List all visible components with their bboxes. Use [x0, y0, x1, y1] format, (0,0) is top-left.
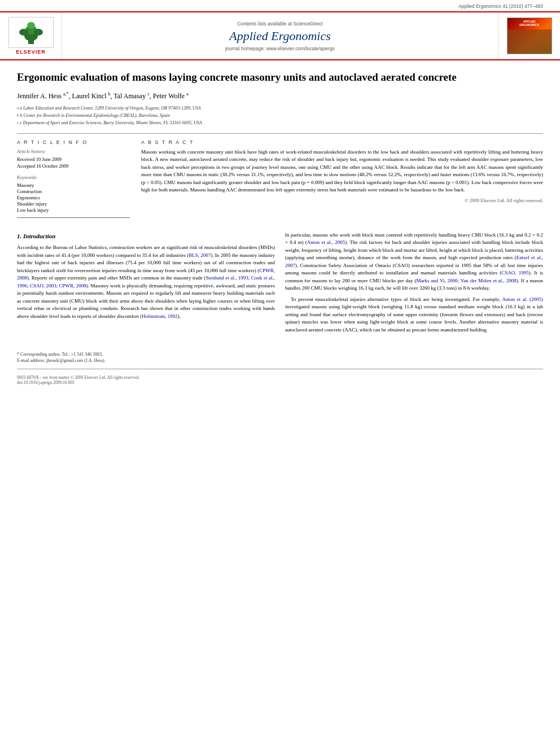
cover-background	[508, 29, 552, 54]
keyword-lowback: Low back injury	[17, 207, 130, 213]
body-col-right: In particular, masons who work with bloc…	[285, 231, 543, 338]
keywords-section: Keywords: Masonry Construction Ergonomic…	[17, 174, 130, 213]
author-sup-a2: a	[186, 91, 189, 97]
corresponding-note: * Corresponding author. Tel.: +1 541 346…	[17, 352, 543, 357]
ref-marks-vi[interactable]: Marks and Vi, 2000; Van der Molen et al.…	[416, 278, 516, 283]
received-date: Received 10 June 2009	[17, 156, 130, 162]
accepted-date: Accepted 16 October 2009	[17, 163, 130, 169]
cover-title-text: APPLIEDERGONOMICS	[519, 20, 539, 27]
journal-title: Applied Ergonomics	[229, 29, 330, 43]
article-meta-section: A R T I C L E I N F O Article history: R…	[17, 139, 543, 222]
affil-sup-b: b	[17, 112, 19, 119]
elsevier-logo-section: ELSEVIER	[0, 12, 62, 59]
ref-anton-2005b[interactable]: Anton et al. (2005)	[502, 296, 543, 302]
author-sup-c: c	[147, 91, 150, 97]
elsevier-wordmark: ELSEVIER	[16, 49, 46, 55]
elsevier-logo: ELSEVIER	[8, 17, 54, 55]
keyword-masonry: Masonry	[17, 182, 130, 188]
affiliations: a a Labor Education and Research Center,…	[17, 105, 543, 126]
intro-para-1: According to the Bureau of Labor Statist…	[17, 244, 275, 320]
abstract-heading: A B S T R A C T	[141, 139, 543, 145]
doi-line: doi:10.1016/j.apergo.2009.10.003	[17, 380, 543, 385]
keywords-label: Keywords:	[17, 174, 130, 180]
intro-para-right-2: To prevent musculoskeletal injuries alte…	[285, 296, 543, 334]
abstract-paragraph: Masons working with concrete masonry uni…	[141, 148, 543, 194]
intro-title: 1. Introduction	[17, 231, 275, 241]
history-label: Article history:	[17, 148, 130, 154]
journal-homepage: journal homepage: www.elsevier.com/locat…	[225, 46, 335, 51]
journal-title-section: Contents lists available at ScienceDirec…	[62, 12, 498, 59]
affiliation-c: c c Department of Sport and Exercise Sci…	[17, 120, 543, 126]
copyright-line: © 2009 Elsevier Ltd. All rights reserved…	[141, 198, 543, 203]
author-sup-b: b	[108, 91, 111, 97]
info-divider	[17, 217, 130, 218]
page: Applied Ergonomics 41 (2010) 477–483 ELS…	[0, 0, 560, 747]
footer-section: * Corresponding author. Tel.: +1 541 346…	[0, 348, 560, 391]
journal-header: ELSEVIER Contents lists available at Sci…	[0, 11, 560, 60]
article-info-column: A R T I C L E I N F O Article history: R…	[17, 139, 130, 222]
ref-bls-2007[interactable]: BLS, 2007	[189, 252, 211, 258]
keyword-shoulder: Shoulder injury	[17, 201, 130, 207]
affiliation-a: a a Labor Education and Research Center,…	[17, 105, 543, 112]
body-columns: 1. Introduction According to the Bureau …	[17, 231, 543, 338]
affil-sup-a: a	[17, 105, 19, 111]
elsevier-tree-icon	[11, 20, 51, 45]
issn-line: 0003-6870/$ – see front matter © 2009 El…	[17, 375, 543, 380]
article-info-heading: A R T I C L E I N F O	[17, 139, 130, 145]
abstract-text: Masons working with concrete masonry uni…	[141, 148, 543, 194]
affil-sup-c: c	[17, 120, 19, 126]
ref-anton-2005[interactable]: Anton et al., 2005	[307, 239, 345, 245]
main-content: Ergonomic evaluation of masons laying co…	[0, 60, 560, 343]
author-sup-a: a,*	[63, 91, 69, 97]
journal-reference: Applied Ergonomics 41 (2010) 477–483	[0, 0, 560, 11]
keyword-construction: Construction	[17, 189, 130, 194]
ref-stenlund[interactable]: Stenlund et al., 1993; Cook et al., 1996…	[17, 275, 275, 289]
svg-point-4	[19, 29, 28, 36]
authors-line: Jennifer A. Hess a,*, Laurel Kincl b, Ta…	[17, 91, 543, 101]
keyword-ergonomics: Ergonomics	[17, 195, 130, 200]
footer-meta: 0003-6870/$ – see front matter © 2009 El…	[17, 375, 543, 385]
svg-point-3	[27, 22, 35, 29]
ref-holmstrom[interactable]: Holmstrom, 1992	[142, 313, 178, 319]
divider-1	[17, 133, 543, 134]
body-col-left: 1. Introduction According to the Bureau …	[17, 231, 275, 338]
journal-cover-section: APPLIEDERGONOMICS	[498, 12, 560, 59]
ref-csao-1995[interactable]: CSAO, 1995	[501, 270, 528, 276]
email-note: E-mail address: jhessdc@gmail.com (J.A. …	[17, 358, 543, 363]
ref-entzel[interactable]: Entzel et al., 2007	[285, 255, 543, 268]
affiliation-b: b b Center for Research in Environmental…	[17, 112, 543, 119]
article-title: Ergonomic evaluation of masons laying co…	[17, 71, 543, 85]
svg-point-5	[34, 29, 43, 36]
journal-cover-image: APPLIEDERGONOMICS	[507, 18, 552, 54]
elsevier-logo-box	[8, 17, 54, 48]
footer-divider	[17, 369, 543, 369]
journal-ref-text: Applied Ergonomics 41 (2010) 477–483	[458, 3, 543, 9]
intro-para-right-1: In particular, masons who work with bloc…	[285, 231, 543, 292]
sciencedirect-line: Contents lists available at ScienceDirec…	[237, 21, 322, 27]
abstract-column: A B S T R A C T Masons working with conc…	[141, 139, 543, 222]
